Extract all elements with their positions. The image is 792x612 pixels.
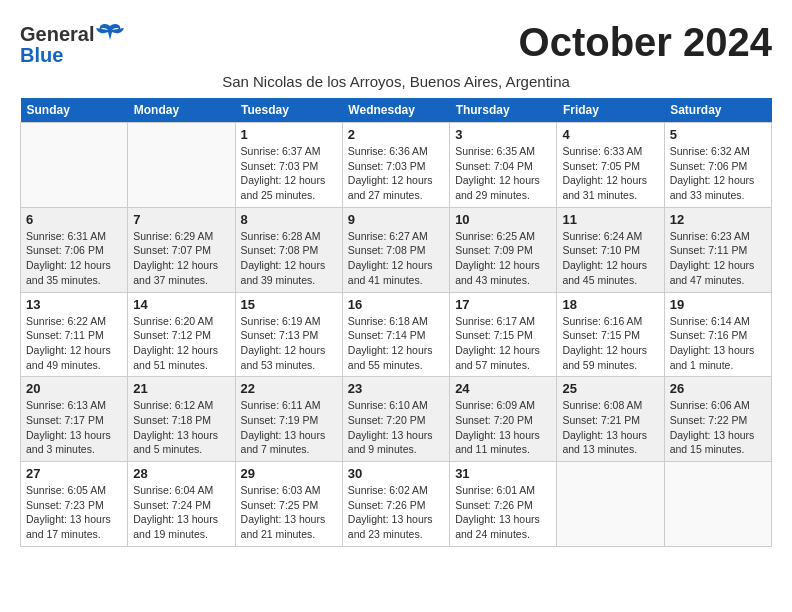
day-info: Sunrise: 6:16 AMSunset: 7:15 PMDaylight:… xyxy=(562,314,658,373)
calendar-cell: 20Sunrise: 6:13 AMSunset: 7:17 PMDayligh… xyxy=(21,377,128,462)
calendar-cell: 17Sunrise: 6:17 AMSunset: 7:15 PMDayligh… xyxy=(450,292,557,377)
calendar-cell: 27Sunrise: 6:05 AMSunset: 7:23 PMDayligh… xyxy=(21,462,128,547)
calendar-cell: 25Sunrise: 6:08 AMSunset: 7:21 PMDayligh… xyxy=(557,377,664,462)
day-number: 12 xyxy=(670,212,766,227)
day-info: Sunrise: 6:13 AMSunset: 7:17 PMDaylight:… xyxy=(26,398,122,457)
calendar-cell xyxy=(664,462,771,547)
calendar-day-header: Thursday xyxy=(450,98,557,123)
day-info: Sunrise: 6:02 AMSunset: 7:26 PMDaylight:… xyxy=(348,483,444,542)
calendar-day-header: Wednesday xyxy=(342,98,449,123)
day-number: 29 xyxy=(241,466,337,481)
calendar-cell: 6Sunrise: 6:31 AMSunset: 7:06 PMDaylight… xyxy=(21,207,128,292)
calendar-cell: 24Sunrise: 6:09 AMSunset: 7:20 PMDayligh… xyxy=(450,377,557,462)
day-info: Sunrise: 6:24 AMSunset: 7:10 PMDaylight:… xyxy=(562,229,658,288)
day-number: 2 xyxy=(348,127,444,142)
logo-bird-icon xyxy=(96,20,124,48)
day-number: 10 xyxy=(455,212,551,227)
day-info: Sunrise: 6:31 AMSunset: 7:06 PMDaylight:… xyxy=(26,229,122,288)
day-info: Sunrise: 6:37 AMSunset: 7:03 PMDaylight:… xyxy=(241,144,337,203)
day-number: 27 xyxy=(26,466,122,481)
day-info: Sunrise: 6:12 AMSunset: 7:18 PMDaylight:… xyxy=(133,398,229,457)
day-info: Sunrise: 6:23 AMSunset: 7:11 PMDaylight:… xyxy=(670,229,766,288)
calendar-cell: 14Sunrise: 6:20 AMSunset: 7:12 PMDayligh… xyxy=(128,292,235,377)
calendar-cell: 11Sunrise: 6:24 AMSunset: 7:10 PMDayligh… xyxy=(557,207,664,292)
calendar-cell xyxy=(21,123,128,208)
calendar-cell: 7Sunrise: 6:29 AMSunset: 7:07 PMDaylight… xyxy=(128,207,235,292)
calendar-day-header: Saturday xyxy=(664,98,771,123)
calendar-day-header: Sunday xyxy=(21,98,128,123)
calendar-cell: 16Sunrise: 6:18 AMSunset: 7:14 PMDayligh… xyxy=(342,292,449,377)
day-info: Sunrise: 6:17 AMSunset: 7:15 PMDaylight:… xyxy=(455,314,551,373)
day-number: 25 xyxy=(562,381,658,396)
month-title: October 2024 xyxy=(519,20,772,65)
day-number: 4 xyxy=(562,127,658,142)
day-number: 14 xyxy=(133,297,229,312)
day-info: Sunrise: 6:11 AMSunset: 7:19 PMDaylight:… xyxy=(241,398,337,457)
day-info: Sunrise: 6:32 AMSunset: 7:06 PMDaylight:… xyxy=(670,144,766,203)
day-number: 13 xyxy=(26,297,122,312)
day-info: Sunrise: 6:22 AMSunset: 7:11 PMDaylight:… xyxy=(26,314,122,373)
logo-text-general: General xyxy=(20,23,94,46)
day-number: 17 xyxy=(455,297,551,312)
day-number: 1 xyxy=(241,127,337,142)
day-number: 3 xyxy=(455,127,551,142)
day-number: 26 xyxy=(670,381,766,396)
day-number: 31 xyxy=(455,466,551,481)
day-number: 20 xyxy=(26,381,122,396)
day-info: Sunrise: 6:09 AMSunset: 7:20 PMDaylight:… xyxy=(455,398,551,457)
day-info: Sunrise: 6:29 AMSunset: 7:07 PMDaylight:… xyxy=(133,229,229,288)
calendar-cell: 4Sunrise: 6:33 AMSunset: 7:05 PMDaylight… xyxy=(557,123,664,208)
day-number: 9 xyxy=(348,212,444,227)
day-number: 19 xyxy=(670,297,766,312)
day-info: Sunrise: 6:06 AMSunset: 7:22 PMDaylight:… xyxy=(670,398,766,457)
calendar-cell: 18Sunrise: 6:16 AMSunset: 7:15 PMDayligh… xyxy=(557,292,664,377)
day-number: 5 xyxy=(670,127,766,142)
day-info: Sunrise: 6:20 AMSunset: 7:12 PMDaylight:… xyxy=(133,314,229,373)
calendar-cell: 29Sunrise: 6:03 AMSunset: 7:25 PMDayligh… xyxy=(235,462,342,547)
day-info: Sunrise: 6:19 AMSunset: 7:13 PMDaylight:… xyxy=(241,314,337,373)
calendar-day-header: Tuesday xyxy=(235,98,342,123)
day-info: Sunrise: 6:18 AMSunset: 7:14 PMDaylight:… xyxy=(348,314,444,373)
calendar-table: SundayMondayTuesdayWednesdayThursdayFrid… xyxy=(20,98,772,547)
day-info: Sunrise: 6:28 AMSunset: 7:08 PMDaylight:… xyxy=(241,229,337,288)
day-number: 21 xyxy=(133,381,229,396)
day-number: 23 xyxy=(348,381,444,396)
calendar-cell: 2Sunrise: 6:36 AMSunset: 7:03 PMDaylight… xyxy=(342,123,449,208)
calendar-cell: 10Sunrise: 6:25 AMSunset: 7:09 PMDayligh… xyxy=(450,207,557,292)
calendar-cell xyxy=(128,123,235,208)
day-info: Sunrise: 6:08 AMSunset: 7:21 PMDaylight:… xyxy=(562,398,658,457)
calendar-subtitle: San Nicolas de los Arroyos, Buenos Aires… xyxy=(20,73,772,90)
calendar-cell: 8Sunrise: 6:28 AMSunset: 7:08 PMDaylight… xyxy=(235,207,342,292)
day-info: Sunrise: 6:03 AMSunset: 7:25 PMDaylight:… xyxy=(241,483,337,542)
calendar-day-header: Monday xyxy=(128,98,235,123)
day-number: 6 xyxy=(26,212,122,227)
calendar-week-row: 27Sunrise: 6:05 AMSunset: 7:23 PMDayligh… xyxy=(21,462,772,547)
page-header: General Blue October 2024 xyxy=(20,20,772,67)
day-info: Sunrise: 6:14 AMSunset: 7:16 PMDaylight:… xyxy=(670,314,766,373)
calendar-header-row: SundayMondayTuesdayWednesdayThursdayFrid… xyxy=(21,98,772,123)
logo: General Blue xyxy=(20,20,124,67)
day-info: Sunrise: 6:35 AMSunset: 7:04 PMDaylight:… xyxy=(455,144,551,203)
day-number: 22 xyxy=(241,381,337,396)
calendar-cell: 21Sunrise: 6:12 AMSunset: 7:18 PMDayligh… xyxy=(128,377,235,462)
day-number: 18 xyxy=(562,297,658,312)
day-number: 11 xyxy=(562,212,658,227)
calendar-cell: 12Sunrise: 6:23 AMSunset: 7:11 PMDayligh… xyxy=(664,207,771,292)
day-number: 30 xyxy=(348,466,444,481)
day-info: Sunrise: 6:25 AMSunset: 7:09 PMDaylight:… xyxy=(455,229,551,288)
day-info: Sunrise: 6:10 AMSunset: 7:20 PMDaylight:… xyxy=(348,398,444,457)
calendar-cell: 15Sunrise: 6:19 AMSunset: 7:13 PMDayligh… xyxy=(235,292,342,377)
day-info: Sunrise: 6:33 AMSunset: 7:05 PMDaylight:… xyxy=(562,144,658,203)
calendar-cell: 19Sunrise: 6:14 AMSunset: 7:16 PMDayligh… xyxy=(664,292,771,377)
day-number: 8 xyxy=(241,212,337,227)
calendar-cell: 9Sunrise: 6:27 AMSunset: 7:08 PMDaylight… xyxy=(342,207,449,292)
day-number: 7 xyxy=(133,212,229,227)
calendar-cell: 23Sunrise: 6:10 AMSunset: 7:20 PMDayligh… xyxy=(342,377,449,462)
day-info: Sunrise: 6:27 AMSunset: 7:08 PMDaylight:… xyxy=(348,229,444,288)
calendar-week-row: 6Sunrise: 6:31 AMSunset: 7:06 PMDaylight… xyxy=(21,207,772,292)
day-number: 24 xyxy=(455,381,551,396)
day-info: Sunrise: 6:36 AMSunset: 7:03 PMDaylight:… xyxy=(348,144,444,203)
calendar-cell: 28Sunrise: 6:04 AMSunset: 7:24 PMDayligh… xyxy=(128,462,235,547)
calendar-week-row: 13Sunrise: 6:22 AMSunset: 7:11 PMDayligh… xyxy=(21,292,772,377)
calendar-cell: 26Sunrise: 6:06 AMSunset: 7:22 PMDayligh… xyxy=(664,377,771,462)
